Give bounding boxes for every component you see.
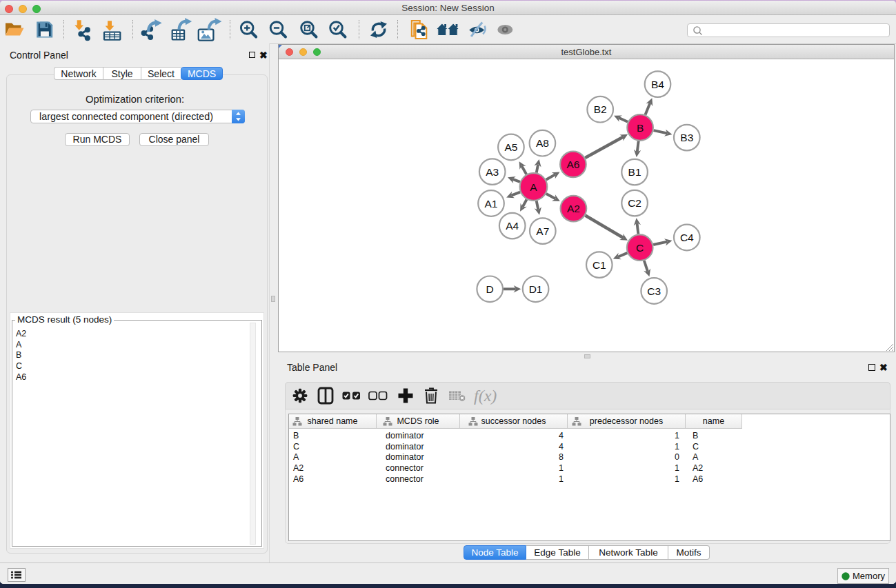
svg-text:f(x): f(x) — [474, 387, 497, 405]
svg-text:B2: B2 — [594, 103, 607, 115]
svg-text:A1: A1 — [485, 198, 498, 210]
svg-text:A: A — [530, 181, 537, 193]
svg-text:A6: A6 — [566, 159, 579, 170]
svg-text:D1: D1 — [529, 283, 543, 295]
svg-text:A3: A3 — [486, 166, 499, 178]
svg-text:B1: B1 — [628, 166, 641, 178]
svg-text:A7: A7 — [536, 225, 549, 237]
svg-text:B: B — [637, 122, 644, 134]
svg-text:C3: C3 — [647, 285, 661, 297]
svg-text:A5: A5 — [504, 141, 517, 153]
svg-text:B3: B3 — [680, 132, 693, 143]
svg-text:C4: C4 — [680, 232, 694, 243]
svg-text:C1: C1 — [593, 259, 606, 271]
svg-text:A8: A8 — [536, 137, 549, 149]
svg-text:A4: A4 — [506, 220, 519, 232]
svg-text:B4: B4 — [651, 79, 664, 90]
svg-text:A2: A2 — [567, 203, 580, 214]
svg-text:C: C — [636, 242, 644, 254]
svg-text:D: D — [486, 283, 494, 295]
svg-text:C2: C2 — [628, 197, 641, 209]
